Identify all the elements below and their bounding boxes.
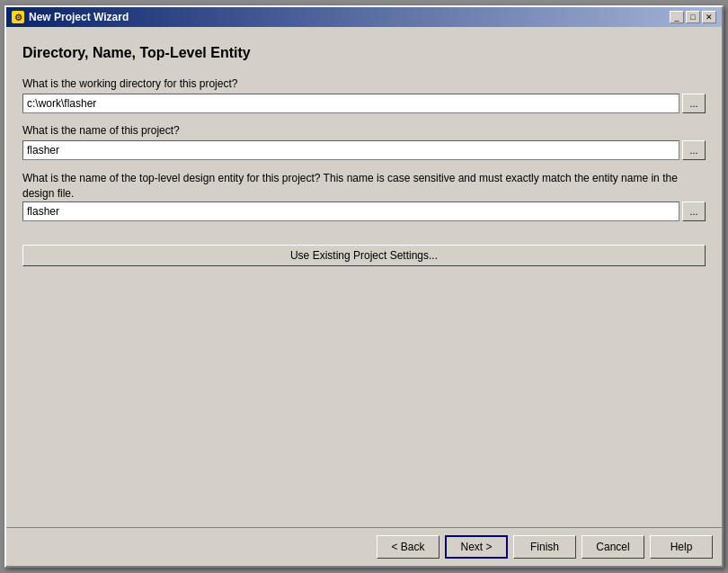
name-section: What is the name of this project? ... (22, 124, 706, 160)
help-button[interactable]: Help (650, 535, 713, 559)
directory-browse-button[interactable]: ... (682, 94, 706, 113)
page-title: Directory, Name, Top-Level Entity (22, 45, 706, 61)
title-bar-left: ⚙ New Project Wizard (12, 11, 129, 23)
wizard-window: ⚙ New Project Wizard _ □ ✕ Directory, Na… (4, 5, 724, 568)
spacer (22, 266, 706, 518)
directory-input-row: ... (22, 94, 706, 113)
finish-button[interactable]: Finish (513, 535, 576, 559)
minimize-button[interactable]: _ (670, 11, 684, 23)
name-input[interactable] (22, 140, 679, 160)
title-bar: ⚙ New Project Wizard _ □ ✕ (6, 7, 722, 27)
window-title: New Project Wizard (29, 11, 129, 23)
title-bar-buttons: _ □ ✕ (670, 11, 716, 23)
directory-input[interactable] (22, 94, 679, 113)
window-icon: ⚙ (12, 11, 24, 23)
maximize-button[interactable]: □ (686, 11, 700, 23)
close-button[interactable]: ✕ (702, 11, 716, 23)
name-browse-button[interactable]: ... (682, 140, 706, 160)
back-button[interactable]: < Back (377, 535, 439, 559)
directory-label: What is the working directory for this p… (22, 77, 706, 90)
use-existing-settings-button[interactable]: Use Existing Project Settings... (22, 245, 706, 266)
directory-section: What is the working directory for this p… (22, 77, 706, 113)
entity-input-row: ... (22, 201, 706, 221)
entity-section: What is the name of the top-level design… (22, 171, 706, 221)
name-label: What is the name of this project? (22, 124, 706, 137)
entity-description: What is the name of the top-level design… (22, 172, 678, 200)
entity-browse-button[interactable]: ... (682, 201, 706, 221)
name-input-row: ... (22, 140, 706, 160)
button-bar: < Back Next > Finish Cancel Help (6, 527, 722, 566)
content-area: Directory, Name, Top-Level Entity What i… (6, 27, 722, 527)
next-button[interactable]: Next > (445, 535, 508, 559)
cancel-button[interactable]: Cancel (582, 535, 644, 559)
entity-input[interactable] (22, 201, 679, 221)
